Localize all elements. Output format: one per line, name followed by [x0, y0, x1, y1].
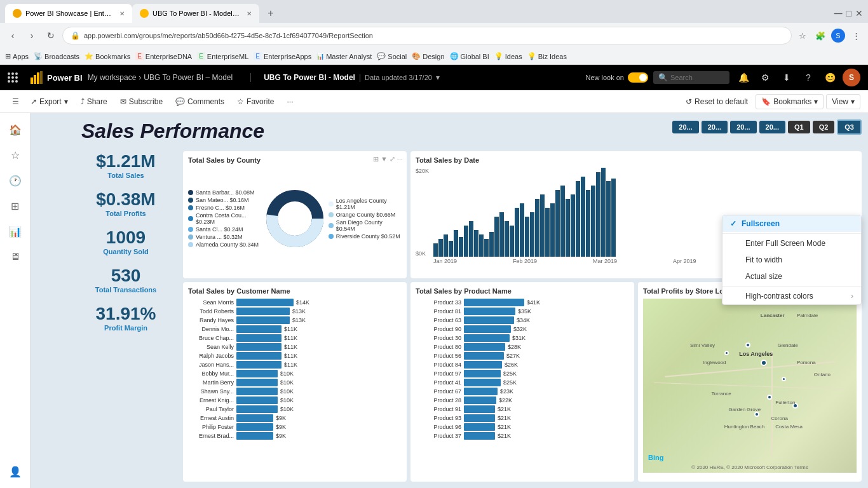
sidebar-apps[interactable]: ⊞ [4, 194, 27, 217]
view-menu-actual-size[interactable]: Actual size [722, 268, 861, 285]
legend-label-4: Santa Cl... $0.24M [196, 226, 243, 233]
feedback-icon[interactable]: 😊 [821, 69, 839, 86]
profile-btn[interactable]: S [831, 29, 845, 43]
tab-close-2[interactable]: ✕ [247, 10, 252, 17]
notifications-icon[interactable]: 🔔 [735, 69, 752, 86]
export-btn[interactable]: ↗ Export ▾ [25, 95, 73, 109]
bar-26 [560, 186, 565, 257]
sidebar-clock[interactable]: 🕐 [4, 169, 27, 192]
view-btn[interactable]: View ▾ [826, 94, 860, 109]
help-icon[interactable]: ? [799, 69, 817, 86]
donut-legend: Santa Barbar... $0.08M San Mateo... $0.1… [188, 189, 261, 248]
new-tab-button[interactable]: + [262, 4, 280, 22]
collapse-nav-btn[interactable]: ☰ [8, 94, 23, 109]
bm-bookmarks-label: Bookmarks [95, 53, 130, 60]
year-btn-2[interactable]: 20... [702, 121, 728, 133]
forward-button[interactable]: › [24, 28, 39, 43]
new-look-switch[interactable] [628, 72, 648, 83]
pbi-body: 🏠 ☆ 🕐 ⊞ 📊 🖥 👤 Sales Performance 20... 20… [0, 113, 868, 488]
year-btn-3[interactable]: 20... [730, 121, 756, 133]
ext-btn[interactable]: 🧩 [813, 29, 827, 43]
product-name-9: Product 41 [416, 379, 461, 386]
customer-row-0: Sean Morris $14K [188, 299, 402, 306]
product-val-1: $35K [518, 308, 531, 315]
tab-2[interactable]: UBG To Power BI - Model - Powe... ✕ [132, 4, 259, 23]
bm-bookmarks[interactable]: ⭐ Bookmarks [85, 52, 130, 60]
my-workspace-link[interactable]: My workspace [88, 73, 137, 82]
bm-globalbi[interactable]: 🌐 Global BI [450, 52, 489, 60]
bm-design[interactable]: 🎨 Design [412, 52, 444, 60]
sidebar-user[interactable]: 👤 [4, 460, 27, 483]
bm-ideas[interactable]: 💡 Ideas [494, 52, 522, 60]
map-label-costa: Costa Mesa [775, 424, 803, 430]
social-icon: 💬 [377, 52, 386, 60]
search-box[interactable]: 🔍 [653, 71, 729, 84]
sidebar-star[interactable]: ☆ [4, 144, 27, 166]
favorite-btn[interactable]: ☆ Favorite [232, 95, 279, 109]
filter-icon[interactable]: ▼ [381, 155, 388, 163]
view-menu-high-contrast[interactable]: High-contrast colors › [722, 288, 861, 304]
view-menu-fullscreen[interactable]: ✓ Fullscreen [722, 215, 861, 232]
dropdown-arrow[interactable]: ▾ [436, 73, 440, 82]
bm-social[interactable]: 💬 Social [377, 52, 407, 60]
bm-entdna[interactable]: E EnterpriseDNA [135, 52, 192, 60]
customer-row-9: Martin Berry $10K [188, 379, 402, 386]
customer-bar-11 [236, 396, 278, 404]
subscribe-btn[interactable]: ✉ Subscribe [115, 95, 168, 109]
address-bar[interactable]: 🔒 app.powerbi.com/groups/me/reports/ab50… [62, 27, 792, 44]
q3-btn[interactable]: Q3 [837, 119, 862, 135]
kpi-total-profits-label: Total Profits [81, 210, 170, 217]
user-avatar[interactable]: S [843, 69, 860, 86]
report-name-link[interactable]: UBG To Power BI – Model [144, 73, 233, 82]
hamburger-menu[interactable] [8, 72, 18, 83]
close-btn[interactable]: ✕ [855, 8, 863, 18]
comments-btn[interactable]: 💬 Comments [170, 95, 229, 109]
customer-row-14: Philip Foster $9K [188, 423, 402, 431]
download-icon[interactable]: ⬇ [778, 69, 796, 86]
share-btn[interactable]: ⤴ Share [76, 95, 112, 109]
bm-broadcasts[interactable]: 📡 Broadcasts [34, 52, 79, 60]
customer-val-8: $10K [280, 370, 294, 377]
sidebar-metrics[interactable]: 📊 [4, 220, 27, 243]
bm-bizideas[interactable]: 💡 Biz Ideas [527, 52, 567, 60]
bm-master[interactable]: 📊 Master Analyst [316, 53, 372, 60]
focus-icon[interactable]: ⊞ [373, 155, 379, 163]
sidebar-learn[interactable]: 🖥 [4, 245, 27, 268]
search-input[interactable] [670, 74, 721, 81]
pbi-logo[interactable]: Power BI [31, 71, 83, 84]
view-menu-fit-width[interactable]: Fit to width [722, 252, 861, 268]
year-btn-4[interactable]: 20... [759, 121, 785, 133]
customer-val-4: $11K [284, 335, 297, 341]
product-val-5: $28K [508, 344, 521, 350]
customer-row-5: Sean Kelly $11K [188, 343, 402, 351]
product-chart: Product 33 $41K Product 81 $35K Product … [416, 299, 629, 473]
q1-btn[interactable]: Q1 [788, 121, 810, 133]
customer-chart: Sean Morris $14K Todd Roberts $13K Randy… [188, 299, 402, 473]
star-btn[interactable]: ☆ [796, 29, 810, 43]
product-name-13: Product 93 [416, 415, 461, 421]
back-button[interactable]: ‹ [5, 28, 20, 43]
more-options-btn[interactable]: ··· [281, 95, 298, 109]
more-icon[interactable]: ··· [397, 155, 403, 163]
refresh-button[interactable]: ↻ [43, 28, 58, 43]
q2-btn[interactable]: Q2 [813, 121, 835, 133]
sidebar-home[interactable]: 🏠 [4, 118, 27, 141]
expand-icon[interactable]: ⤢ [390, 155, 395, 163]
bm-apps[interactable]: ⊞ Apps [5, 52, 29, 60]
reset-btn[interactable]: ↺ Reset to default [681, 95, 753, 109]
menu-btn[interactable]: ⋮ [849, 29, 863, 43]
view-menu-enter-fullscreen[interactable]: Enter Full Screen Mode [722, 235, 861, 252]
pbi-logo-icon [31, 71, 43, 84]
maximize-btn[interactable]: □ [846, 8, 851, 18]
bookmarks-toolbar-btn[interactable]: 🔖 Bookmarks ▾ [756, 94, 824, 109]
minimize-btn[interactable]: ─ [834, 7, 843, 20]
settings-icon[interactable]: ⚙ [756, 69, 774, 86]
year-btn-1[interactable]: 20... [672, 121, 698, 133]
bizideas-icon: 💡 [527, 52, 536, 60]
bm-entml[interactable]: E EnterpriseML [197, 52, 248, 60]
tab-close-1[interactable]: ✕ [119, 10, 125, 17]
date-chart-title: Total Sales by Date [416, 156, 857, 164]
product-val-10: $23K [500, 388, 513, 395]
bm-entapps[interactable]: E EnterpriseApps [254, 52, 311, 60]
tab-1[interactable]: Power BI Showcase | Enterprise Li... ✕ [5, 4, 132, 23]
